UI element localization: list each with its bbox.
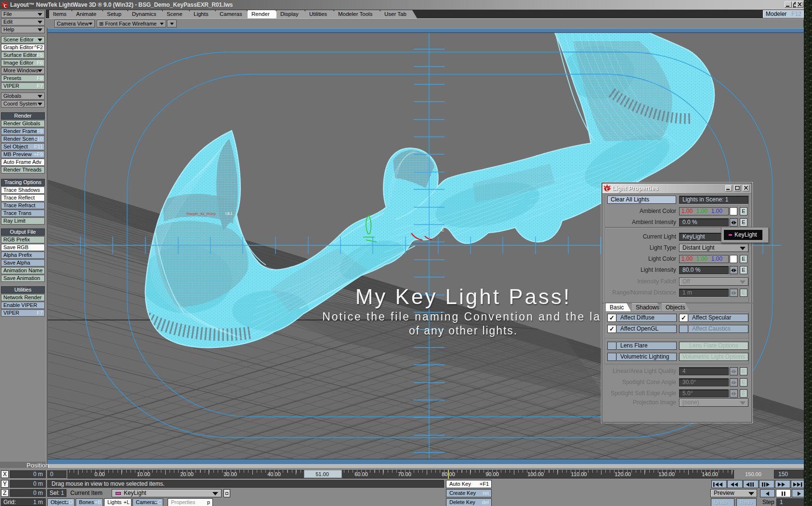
svg-text:E: E [441, 227, 444, 232]
svg-text:Rscyth_lt2_RGrp: Rscyth_lt2_RGrp [186, 212, 216, 216]
svg-text:ULL: ULL [225, 211, 234, 216]
